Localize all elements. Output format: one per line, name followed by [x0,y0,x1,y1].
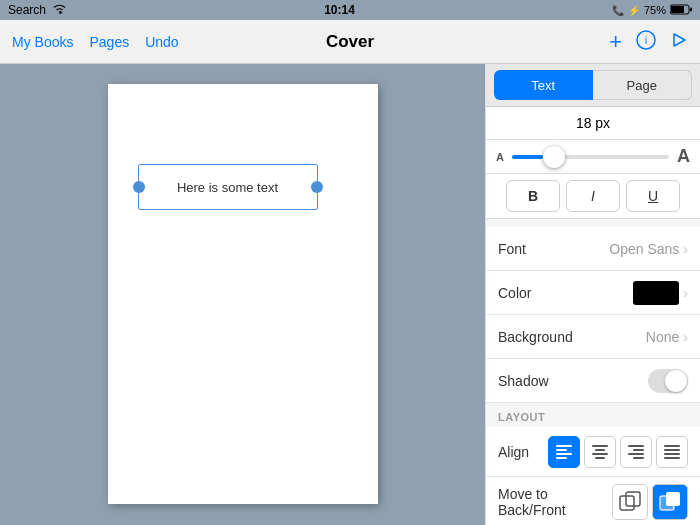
svg-rect-18 [664,449,680,451]
properties-section: Font Open Sans › Color › Background None… [486,227,700,403]
tab-page[interactable]: Page [593,70,693,100]
right-panel: Text Page 18 px A A B I U Font O [485,64,700,525]
move-buttons [612,484,688,520]
move-front-button[interactable] [652,484,688,520]
canvas-area[interactable]: Here is some text [0,64,485,525]
color-label: Color [498,285,633,301]
svg-rect-20 [664,457,680,459]
right-handle[interactable] [311,181,323,193]
main-area: Here is some text Text Page 18 px A A B [0,64,700,525]
shadow-label: Shadow [498,373,648,389]
svg-rect-17 [664,445,680,447]
tab-text[interactable]: Text [494,70,593,100]
document-title: Cover [326,32,374,52]
shadow-row: Shadow [486,359,700,403]
align-label: Align [498,444,548,460]
status-left: Search [8,3,67,17]
wifi-icon [52,3,67,17]
slider-large-a: A [677,146,690,167]
tab-bar: Text Page [486,64,700,107]
svg-rect-16 [633,457,644,459]
svg-rect-19 [664,453,680,455]
move-label: Move to Back/Front [498,486,612,518]
toggle-thumb [665,370,687,392]
background-value: None [646,329,679,345]
font-label: Font [498,241,609,257]
my-books-button[interactable]: My Books [12,34,73,50]
svg-rect-1 [671,6,684,13]
layout-header: LAYOUT [486,403,700,427]
color-row[interactable]: Color › [486,271,700,315]
add-button[interactable]: + [609,29,622,55]
search-label: Search [8,3,46,17]
slider-thumb[interactable] [543,146,565,168]
align-center-button[interactable] [584,436,616,468]
svg-rect-12 [595,457,605,459]
color-swatch[interactable] [633,281,679,305]
svg-rect-24 [666,492,680,506]
svg-rect-8 [556,457,567,459]
text-box-content: Here is some text [177,180,278,195]
phone-icon: 📞 [612,5,624,16]
page-canvas[interactable]: Here is some text [108,84,378,504]
underline-button[interactable]: U [626,180,680,212]
info-button[interactable]: i [636,30,656,54]
undo-button[interactable]: Undo [145,34,178,50]
svg-rect-15 [628,453,644,455]
status-time: 10:14 [324,3,355,17]
shadow-toggle[interactable] [648,369,688,393]
align-buttons [548,436,688,468]
svg-rect-21 [620,496,634,510]
move-back-button[interactable] [612,484,648,520]
svg-rect-2 [690,7,692,11]
font-size-slider-row[interactable]: A A [486,140,700,174]
toolbar-right: + i [609,29,688,55]
font-size-value: 18 px [576,115,610,131]
background-label: Background [498,329,646,345]
svg-rect-6 [556,449,567,451]
align-justify-button[interactable] [656,436,688,468]
play-button[interactable] [670,31,688,52]
svg-rect-14 [633,449,644,451]
color-chevron-icon: › [683,285,688,301]
font-size-row: 18 px [486,107,700,140]
layout-section: LAYOUT Align [486,403,700,525]
bold-button[interactable]: B [506,180,560,212]
svg-rect-7 [556,453,572,455]
background-chevron-icon: › [683,329,688,345]
align-right-button[interactable] [620,436,652,468]
svg-rect-10 [595,449,605,451]
font-size-slider[interactable] [512,155,669,159]
left-handle[interactable] [133,181,145,193]
svg-rect-11 [592,453,608,455]
bluetooth-icon: ⚡ [628,5,640,16]
font-value: Open Sans [609,241,679,257]
toolbar-left: My Books Pages Undo [12,34,179,50]
align-row: Align [486,427,700,477]
italic-button[interactable]: I [566,180,620,212]
slider-fill [512,155,543,159]
svg-rect-5 [556,445,572,447]
text-style-row: B I U [486,174,700,219]
status-bar: Search 10:14 📞 ⚡ 75% [0,0,700,20]
svg-rect-13 [628,445,644,447]
font-row[interactable]: Font Open Sans › [486,227,700,271]
pages-button[interactable]: Pages [89,34,129,50]
svg-text:i: i [645,34,647,46]
font-chevron-icon: › [683,241,688,257]
battery-icon [670,4,692,17]
svg-rect-22 [626,492,640,506]
text-box[interactable]: Here is some text [138,164,318,210]
slider-small-a: A [496,151,504,163]
background-row[interactable]: Background None › [486,315,700,359]
status-right: 📞 ⚡ 75% [612,4,692,17]
svg-rect-9 [592,445,608,447]
battery-percent: 75% [644,4,666,16]
align-left-button[interactable] [548,436,580,468]
move-row: Move to Back/Front [486,477,700,525]
toolbar: My Books Pages Undo Cover + i [0,20,700,64]
